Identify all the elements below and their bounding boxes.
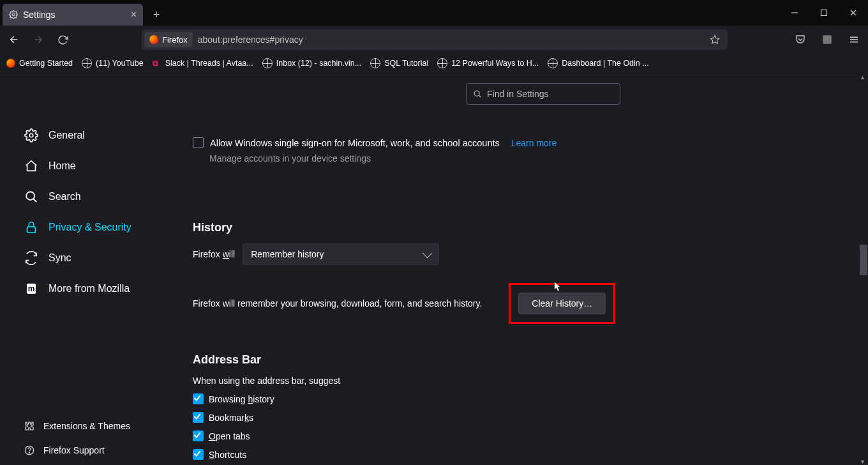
addressbar-option-browsing-history[interactable]: Browsing history — [193, 393, 740, 404]
gear-icon — [24, 128, 38, 142]
svg-rect-13 — [27, 227, 36, 232]
scroll-down-arrow[interactable]: ▼ — [860, 459, 866, 465]
sidebar-item-privacy[interactable]: Privacy & Security — [24, 217, 171, 238]
globe-icon — [262, 58, 273, 68]
mozilla-icon: m — [24, 282, 38, 296]
scroll-up-arrow[interactable]: ▲ — [860, 74, 866, 80]
back-button[interactable] — [5, 31, 23, 49]
sidebar-item-label: Privacy & Security — [49, 222, 131, 233]
extensions-label: Extensions & Themes — [43, 421, 130, 431]
firefox-support-link[interactable]: Firefox Support — [24, 441, 130, 459]
url-bar[interactable]: Firefox about:preferences#privacy — [142, 29, 728, 50]
sidebar-footer: Extensions & Themes Firefox Support — [24, 417, 130, 459]
bookmarks-bar: Getting Started (11) YouTube ⧉Slack | Th… — [0, 54, 868, 73]
close-window-button[interactable] — [839, 0, 868, 26]
history-mode-select[interactable]: Remember history — [243, 243, 439, 265]
sidebar-item-label: Sync — [49, 252, 71, 264]
checkbox-icon[interactable] — [193, 449, 204, 460]
bookmark-item[interactable]: (11) YouTube — [82, 58, 144, 68]
history-heading: History — [193, 221, 740, 234]
bookmark-label: Dashboard | The Odin ... — [562, 59, 648, 68]
svg-line-17 — [479, 95, 481, 97]
extension-icon[interactable] — [818, 31, 836, 49]
learn-more-link[interactable]: Learn more — [511, 138, 557, 148]
puzzle-icon — [24, 421, 34, 431]
window-controls — [780, 0, 868, 26]
address-bar-subtext: When using the address bar, suggest — [193, 376, 740, 386]
history-mode-value: Remember history — [251, 249, 324, 259]
help-icon — [24, 445, 34, 455]
sidebar-item-sync[interactable]: Sync — [24, 247, 171, 269]
globe-icon — [370, 58, 380, 68]
sidebar-item-more[interactable]: m More from Mozilla — [24, 278, 171, 300]
reload-button[interactable] — [54, 31, 71, 49]
svg-line-12 — [33, 199, 36, 202]
close-tab-icon[interactable]: × — [131, 9, 137, 20]
bookmark-item[interactable]: Getting Started — [6, 59, 73, 68]
addressbar-option-bookmarks[interactable]: Bookmarks — [193, 412, 740, 423]
bookmark-item[interactable]: 12 Powerful Ways to H... — [437, 58, 539, 68]
lock-icon — [24, 220, 38, 234]
pocket-icon[interactable] — [791, 31, 809, 49]
slack-icon: ⧉ — [153, 59, 161, 68]
checkbox-icon[interactable] — [193, 393, 204, 404]
bookmark-item[interactable]: Dashboard | The Odin ... — [548, 58, 648, 68]
new-tab-button[interactable]: + — [147, 5, 166, 24]
highlight-box: Clear History… — [509, 283, 615, 324]
bookmark-star-icon[interactable] — [710, 34, 720, 45]
svg-point-10 — [29, 133, 33, 137]
forward-button[interactable] — [29, 31, 47, 49]
addressbar-option-open-tabs[interactable]: Open tabs — [193, 431, 740, 441]
search-settings-input[interactable]: Find in Settings — [466, 83, 620, 105]
sidebar-item-label: General — [49, 130, 85, 141]
checkbox-icon[interactable] — [193, 137, 204, 148]
sidebar-item-home[interactable]: Home — [24, 155, 171, 177]
settings-main: Find in Settings Allow Windows single si… — [171, 73, 868, 465]
clear-history-button[interactable]: Clear History… — [518, 293, 606, 314]
sso-checkbox-row[interactable]: Allow Windows single sign-on for Microso… — [193, 137, 740, 148]
svg-rect-6 — [823, 35, 832, 44]
bookmark-item[interactable]: Inbox (12) - sachin.vin... — [262, 58, 361, 68]
menu-button[interactable] — [845, 31, 863, 49]
sidebar-item-general[interactable]: General — [24, 125, 171, 146]
checkbox-icon[interactable] — [193, 412, 204, 423]
settings-sidebar: General Home Search Privacy & Security S… — [0, 73, 171, 465]
svg-point-0 — [12, 13, 15, 16]
home-icon — [24, 159, 38, 173]
tab-title: Settings — [23, 10, 56, 20]
history-description: Firefox will remember your browsing, dow… — [193, 298, 482, 309]
addressbar-option-shortcuts[interactable]: Shortcuts — [193, 449, 740, 460]
extensions-themes-link[interactable]: Extensions & Themes — [24, 417, 130, 435]
sidebar-item-label: Search — [49, 191, 81, 202]
gear-icon — [9, 10, 18, 19]
scrollbar[interactable]: ▲ ▼ — [858, 73, 868, 465]
firefox-icon — [6, 59, 15, 68]
sso-subtext: Manage accounts in your device settings — [209, 153, 740, 164]
title-bar: Settings × + — [0, 0, 868, 26]
bookmark-label: (11) YouTube — [96, 59, 144, 68]
globe-icon — [437, 58, 447, 68]
search-icon — [24, 190, 38, 204]
svg-rect-2 — [821, 10, 827, 16]
scroll-thumb[interactable] — [860, 245, 867, 275]
bookmark-label: Getting Started — [19, 59, 73, 68]
sidebar-item-label: Home — [49, 160, 76, 172]
browser-tab[interactable]: Settings × — [3, 4, 143, 26]
search-icon — [473, 89, 482, 98]
identity-label: Firefox — [162, 35, 188, 45]
svg-point-16 — [474, 91, 479, 96]
bookmark-item[interactable]: SQL Tutorial — [370, 58, 428, 68]
bookmark-item[interactable]: ⧉Slack | Threads | Avtaa... — [153, 59, 253, 68]
globe-icon — [82, 58, 92, 68]
firefox-icon — [149, 35, 158, 44]
content-area: General Home Search Privacy & Security S… — [0, 73, 868, 465]
sidebar-item-search[interactable]: Search — [24, 186, 171, 208]
sidebar-item-label: More from Mozilla — [49, 283, 130, 294]
identity-box[interactable]: Firefox — [144, 32, 193, 47]
nav-toolbar: Firefox about:preferences#privacy — [0, 26, 868, 54]
firefox-will-label: Firefox will — [193, 249, 235, 259]
clear-history-label: Clear History… — [532, 298, 592, 309]
checkbox-icon[interactable] — [193, 431, 204, 441]
minimize-button[interactable] — [780, 0, 809, 26]
maximize-button[interactable] — [809, 0, 839, 26]
